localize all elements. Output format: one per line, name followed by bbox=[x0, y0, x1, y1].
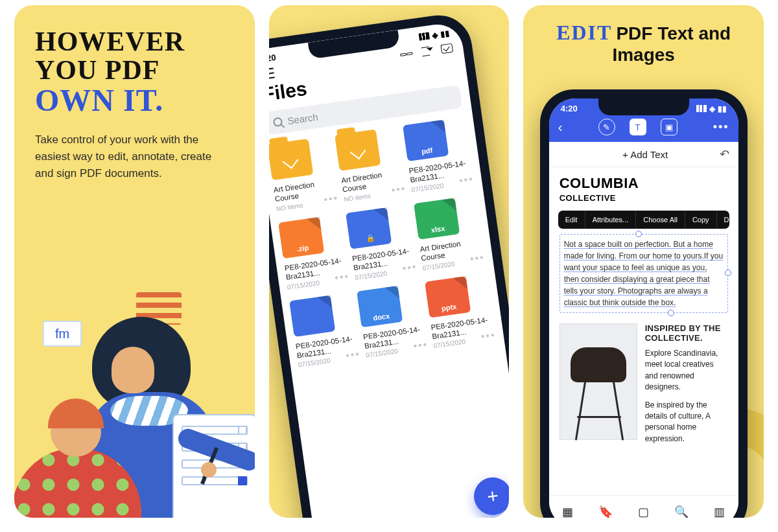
context-menu: EditAttributes...Choose AllCopyDelete bbox=[558, 211, 729, 229]
file-tile[interactable]: .zipPE8-2020-05-14-Bra2131...07/15/2020•… bbox=[278, 214, 350, 290]
menu-button[interactable] bbox=[269, 67, 275, 80]
article-p1: Explore Scandinavia, meet local creative… bbox=[645, 348, 728, 393]
add-button[interactable]: + bbox=[471, 475, 509, 518]
title-rest: PDF Text and Images bbox=[612, 23, 731, 65]
wifi-icon: ◈ bbox=[709, 104, 715, 113]
article-image bbox=[560, 323, 637, 440]
reader-button[interactable]: ▥ bbox=[712, 505, 726, 518]
file-icon: pptx bbox=[425, 276, 471, 318]
status-icons: ◈ ▮▮ bbox=[696, 104, 727, 113]
annotate-tool-button[interactable]: ✎ bbox=[598, 119, 615, 135]
file-tile[interactable]: pptxPE8-2020-05-14-Bra2131...07/15/2020•… bbox=[425, 273, 497, 349]
battery-icon: ▮▮ bbox=[718, 104, 727, 113]
bottom-toolbar: ▦ 🔖 ▢ 🔍 ▥ bbox=[549, 495, 738, 518]
image-tool-button[interactable]: ▣ bbox=[661, 119, 678, 135]
search-button[interactable]: 🔍 bbox=[674, 505, 689, 518]
editor-toolbar: ‹ ✎ T ▣ ••• bbox=[549, 113, 738, 142]
folder-icon bbox=[269, 139, 314, 180]
file-tile[interactable]: 🔒PE8-2020-05-14-Bra2131...07/15/2020••• bbox=[346, 204, 418, 281]
file-icon: pdf bbox=[403, 120, 449, 161]
file-grid: Art Direction CourseNO items•••Art Direc… bbox=[269, 115, 504, 369]
view-button[interactable]: ▢ bbox=[637, 505, 651, 518]
more-button[interactable]: ••• bbox=[713, 121, 729, 134]
wifi-icon: ◈ bbox=[431, 30, 438, 40]
bookmark-button[interactable]: 🔖 bbox=[598, 505, 613, 518]
context-menu-item[interactable]: Copy bbox=[685, 211, 717, 229]
file-more-button[interactable]: ••• bbox=[390, 183, 407, 196]
file-tile[interactable]: docxPE8-2020-05-14-Bra2131...07/15/2020•… bbox=[357, 283, 429, 359]
selected-text: Not a space built on perfection. But a h… bbox=[564, 240, 723, 307]
thumbnails-button[interactable]: ▦ bbox=[561, 505, 575, 518]
select-button[interactable] bbox=[440, 43, 453, 54]
file-tile[interactable]: pdfPE8-2020-05-14-Bra2131...07/15/2020••… bbox=[403, 117, 475, 193]
search-placeholder: Search bbox=[287, 111, 318, 126]
phone-frame: 4:20 ◈ ▮▮ Files Search Art bbox=[269, 11, 510, 518]
file-icon: docx bbox=[357, 285, 403, 327]
file-more-button[interactable]: ••• bbox=[323, 192, 339, 205]
marketing-panel-2: 4:20 ◈ ▮▮ Files Search Art bbox=[269, 5, 510, 518]
text-tool-button[interactable]: T bbox=[630, 119, 646, 135]
file-icon: 🔒 bbox=[346, 207, 392, 249]
document-title: COLUMBIA bbox=[560, 175, 728, 192]
context-menu-item[interactable]: Attributes... bbox=[585, 211, 637, 229]
file-tile[interactable]: PE8-2020-05-14-Bra2131...07/15/2020••• bbox=[289, 292, 361, 368]
file-tile[interactable]: Art Direction CourseNO items••• bbox=[269, 135, 340, 212]
edit-word: EDIT bbox=[556, 21, 612, 44]
headline-line-1: HOWEVER bbox=[35, 27, 234, 56]
marketing-body: Take control of your work with the easie… bbox=[14, 117, 255, 183]
signature-card: fm bbox=[43, 321, 82, 347]
marketing-panel-3: EDITPDF Text and Images 4:20 ◈ ▮▮ ‹ ✎ bbox=[523, 5, 764, 518]
file-more-button[interactable]: ••• bbox=[345, 348, 361, 362]
file-icon: .zip bbox=[278, 217, 324, 259]
sort-button[interactable] bbox=[421, 46, 433, 56]
file-tile[interactable]: Art Direction CourseNO items••• bbox=[335, 126, 407, 203]
article-copy: INSPIRED BY THE COLLECTIVE. Explore Scan… bbox=[645, 323, 728, 451]
file-more-button[interactable]: ••• bbox=[458, 173, 475, 187]
file-more-button[interactable]: ••• bbox=[480, 329, 497, 343]
headline-line-2: YOU PDF bbox=[35, 56, 234, 84]
selection-handle[interactable] bbox=[635, 231, 642, 237]
file-more-button[interactable]: ••• bbox=[469, 251, 486, 265]
selected-text-box[interactable]: Not a space built on perfection. But a h… bbox=[560, 234, 728, 313]
signature-text: fm bbox=[55, 327, 69, 341]
illustration-man bbox=[14, 406, 135, 518]
back-button[interactable]: ‹ bbox=[558, 120, 563, 135]
selection-handle[interactable] bbox=[668, 310, 674, 316]
headline: HOWEVER YOU PDF OWN IT. bbox=[14, 5, 255, 117]
file-tile[interactable]: xlsxArt Direction Course07/15/2020••• bbox=[414, 195, 486, 272]
file-icon bbox=[289, 295, 335, 336]
signal-icon bbox=[696, 105, 707, 112]
file-more-button[interactable]: ••• bbox=[401, 260, 418, 274]
context-menu-item[interactable]: Choose All bbox=[636, 211, 685, 229]
phone-frame: 4:20 ◈ ▮▮ ‹ ✎ T ▣ ••• bbox=[540, 89, 748, 518]
context-menu-item[interactable]: Delete bbox=[717, 211, 729, 229]
article-p2: Be inspired by the details of culture, A… bbox=[645, 400, 728, 445]
illustration: fm bbox=[14, 278, 255, 518]
document-subtitle: COLLECTIVE bbox=[560, 193, 728, 203]
add-text-button[interactable]: + Add Text bbox=[622, 149, 668, 160]
illustration-hand bbox=[201, 462, 217, 478]
status-time: 4:20 bbox=[561, 104, 578, 113]
file-more-button[interactable]: ••• bbox=[412, 339, 429, 353]
file-icon: xlsx bbox=[414, 198, 460, 239]
folder-icon bbox=[335, 129, 381, 170]
undo-button[interactable]: ↶ bbox=[720, 147, 729, 161]
battery-icon: ▮▮ bbox=[440, 29, 450, 39]
view-toggle-button[interactable] bbox=[399, 48, 414, 60]
plus-icon: + bbox=[486, 485, 500, 508]
article-heading: INSPIRED BY THE COLLECTIVE. bbox=[645, 323, 728, 343]
selection-handle[interactable] bbox=[725, 270, 731, 276]
signal-icon bbox=[419, 32, 430, 41]
file-more-button[interactable]: ••• bbox=[334, 270, 350, 284]
headline-line-3: OWN IT. bbox=[35, 84, 234, 117]
search-icon bbox=[273, 117, 283, 127]
illustration-face bbox=[112, 347, 154, 393]
marketing-panel-1: HOWEVER YOU PDF OWN IT. Take control of … bbox=[14, 5, 255, 518]
context-menu-item[interactable]: Edit bbox=[558, 211, 585, 229]
phone-notch bbox=[598, 98, 689, 115]
panel-3-title: EDITPDF Text and Images bbox=[523, 5, 764, 73]
